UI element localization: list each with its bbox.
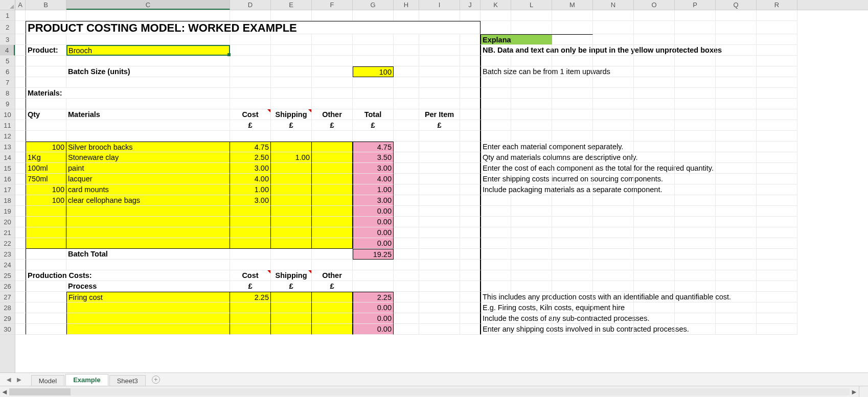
mat-qty[interactable] [26,217,66,227]
scroll-thumb[interactable] [9,388,71,395]
sheet-tab-model[interactable]: Model [31,375,64,386]
mat-other[interactable] [312,174,353,184]
mat-cost[interactable]: 4.75 [230,142,271,152]
mat-ship[interactable] [271,227,312,238]
mat-ship[interactable] [271,174,312,184]
mat-desc[interactable] [66,206,230,217]
mat-cost[interactable]: 3.00 [230,195,271,206]
mat-qty[interactable]: 750ml [26,174,66,184]
row-15[interactable]: 15 [0,163,15,174]
proc-other[interactable] [312,292,353,302]
mat-desc[interactable]: lacquer [66,174,230,184]
mat-cost[interactable]: 3.00 [230,163,271,174]
row-26[interactable]: 26 [0,281,15,292]
row-5[interactable]: 5 [0,56,15,66]
proc-cost[interactable] [230,324,271,335]
batch-size-input[interactable]: 100 [353,66,394,77]
col-N[interactable]: N [593,0,634,10]
mat-desc[interactable]: paint [66,163,230,174]
proc-ship[interactable] [271,292,312,302]
col-I[interactable]: I [419,0,460,10]
mat-ship[interactable] [271,238,312,249]
tab-prev-icon[interactable]: ◄ [5,376,12,384]
col-E[interactable]: E [271,0,312,10]
row-13[interactable]: 13 [0,142,15,152]
proc-cost[interactable]: 2.25 [230,292,271,302]
mat-ship[interactable] [271,184,312,195]
col-G[interactable]: G [353,0,394,10]
col-R[interactable]: R [757,0,797,10]
row-29[interactable]: 29 [0,313,15,324]
row-27[interactable]: 27 [0,292,15,302]
row-21[interactable]: 21 [0,227,15,238]
col-A[interactable]: A [15,0,26,10]
row-2[interactable]: 2 [0,21,15,34]
tab-next-icon[interactable]: ► [15,376,22,384]
row-30[interactable]: 30 [0,324,15,335]
mat-desc[interactable] [66,217,230,227]
row-17[interactable]: 17 [0,184,15,195]
mat-cost[interactable] [230,206,271,217]
mat-qty[interactable] [26,206,66,217]
col-D[interactable]: D [230,0,271,10]
mat-desc[interactable]: card mounts [66,184,230,195]
mat-ship[interactable]: 1.00 [271,152,312,163]
proc-desc[interactable]: Firing cost [66,292,230,302]
mat-other[interactable] [312,142,353,152]
row-11[interactable]: 11 [0,120,15,131]
mat-desc[interactable]: Silver brooch backs [66,142,230,152]
col-K[interactable]: K [481,0,511,10]
proc-ship[interactable] [271,313,312,324]
row-23[interactable]: 23 [0,249,15,260]
mat-qty[interactable] [26,238,66,249]
mat-ship[interactable] [271,195,312,206]
select-all-corner[interactable] [0,0,15,10]
proc-desc[interactable] [66,313,230,324]
row-19[interactable]: 19 [0,206,15,217]
scroll-track[interactable] [9,388,850,395]
col-P[interactable]: P [675,0,716,10]
mat-other[interactable] [312,184,353,195]
mat-desc[interactable] [66,227,230,238]
mat-qty[interactable]: 100 [26,195,66,206]
row-4[interactable]: 4 [0,45,15,56]
col-Q[interactable]: Q [716,0,757,10]
mat-ship[interactable] [271,217,312,227]
mat-desc[interactable] [66,238,230,249]
col-L[interactable]: L [511,0,552,10]
proc-desc[interactable] [66,324,230,335]
scroll-right-icon[interactable]: ► [850,388,859,396]
mat-ship[interactable] [271,206,312,217]
row-20[interactable]: 20 [0,217,15,227]
mat-other[interactable] [312,152,353,163]
sheet-tab-example[interactable]: Example [65,374,108,386]
proc-other[interactable] [312,324,353,335]
row-24[interactable]: 24 [0,260,15,270]
mat-other[interactable] [312,163,353,174]
row-18[interactable]: 18 [0,195,15,206]
col-H[interactable]: H [394,0,419,10]
row-12[interactable]: 12 [0,131,15,142]
mat-qty[interactable] [26,227,66,238]
mat-ship[interactable] [271,163,312,174]
sheet-tab-sheet3[interactable]: Sheet3 [109,375,146,386]
proc-ship[interactable] [271,302,312,313]
mat-cost[interactable] [230,227,271,238]
mat-cost[interactable]: 1.00 [230,184,271,195]
mat-other[interactable] [312,206,353,217]
col-F[interactable]: F [312,0,353,10]
proc-cost[interactable] [230,302,271,313]
row-10[interactable]: 10 [0,109,15,120]
row-1[interactable]: 1 [0,10,15,21]
row-22[interactable]: 22 [0,238,15,249]
mat-qty[interactable]: 1Kg [26,152,66,163]
col-C[interactable]: C [66,0,230,10]
cell-grid[interactable]: PRODUCT COSTING MODEL: WORKED EXAMPLE Ex… [15,10,868,376]
product-input[interactable]: Brooch [66,45,230,56]
new-sheet-button[interactable]: + [152,376,160,384]
row-16[interactable]: 16 [0,174,15,184]
col-O[interactable]: O [634,0,675,10]
mat-cost[interactable]: 2.50 [230,152,271,163]
row-14[interactable]: 14 [0,152,15,163]
proc-ship[interactable] [271,324,312,335]
